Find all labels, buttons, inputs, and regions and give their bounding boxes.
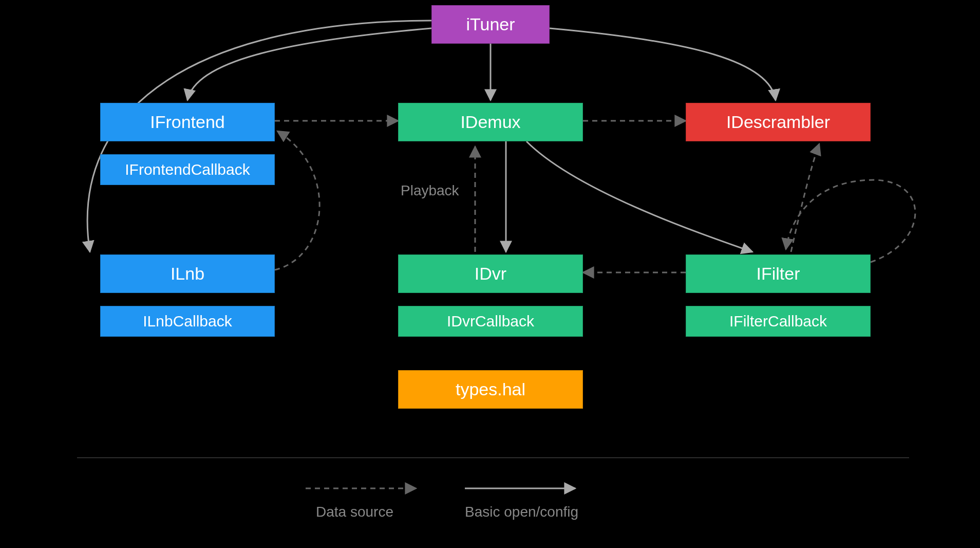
legend-divider — [77, 458, 909, 458]
node-idescrambler: IDescrambler — [686, 103, 871, 141]
node-label: IFrontend — [150, 112, 225, 132]
node-idemux: IDemux — [398, 103, 583, 141]
node-idvr: IDvr — [398, 254, 583, 293]
node-ilnb: ILnb — [100, 254, 275, 293]
node-label: IDemux — [460, 112, 520, 132]
node-label: IFrontendCallback — [125, 161, 250, 178]
node-ifrontendcallback: IFrontendCallback — [100, 154, 275, 185]
node-label: IDvrCallback — [447, 313, 534, 330]
node-label: IFilter — [757, 264, 800, 284]
node-label: ILnb — [171, 264, 204, 284]
node-ituner: iTuner — [431, 5, 550, 44]
node-label: IDvr — [475, 264, 506, 284]
node-label: ILnbCallback — [143, 313, 232, 330]
node-ifilter: IFilter — [686, 254, 871, 293]
node-idvrcallback: IDvrCallback — [398, 306, 583, 337]
node-label: IFilterCallback — [729, 313, 827, 330]
node-typeshal: types.hal — [398, 370, 583, 409]
node-label: types.hal — [456, 379, 525, 399]
node-ifrontend: IFrontend — [100, 103, 275, 141]
node-label: IDescrambler — [726, 112, 830, 132]
legend-datasource: Data source — [316, 504, 393, 520]
edge-label-playback: Playback — [401, 182, 459, 199]
node-ilnbcallback: ILnbCallback — [100, 306, 275, 337]
node-label: iTuner — [466, 14, 515, 34]
legend-basicopen: Basic open/config — [465, 504, 578, 520]
node-ifiltercallback: IFilterCallback — [686, 306, 871, 337]
